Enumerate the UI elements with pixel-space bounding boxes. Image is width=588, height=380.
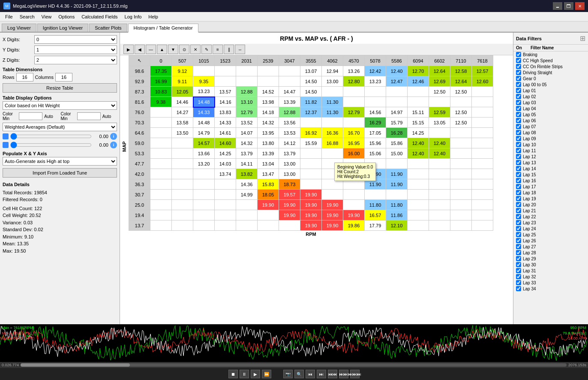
tool-back[interactable]: ◀: [135, 45, 145, 54]
color-min-input[interactable]: [19, 112, 42, 120]
cell-2-8[interactable]: [322, 87, 343, 97]
filter-checkbox-17[interactable]: [516, 154, 521, 159]
cell-6-9[interactable]: 16.70: [343, 128, 365, 138]
cell-13-2[interactable]: [193, 200, 215, 210]
cell-6-7[interactable]: 16.92: [300, 128, 322, 138]
cell-12-10[interactable]: [365, 190, 386, 200]
filter-checkbox-12[interactable]: [516, 124, 521, 129]
cell-11-0[interactable]: [150, 179, 172, 190]
menu-search[interactable]: Search: [16, 13, 38, 20]
cell-8-10[interactable]: 15.06: [365, 148, 386, 159]
cell-15-13[interactable]: [429, 220, 450, 231]
cell-3-8[interactable]: 11.30: [322, 97, 343, 107]
cell-2-12[interactable]: [408, 87, 429, 97]
tool-parallel[interactable]: ∥: [224, 45, 234, 54]
cell-9-15[interactable]: [472, 159, 493, 169]
x-digits-select[interactable]: 012: [34, 35, 117, 44]
menu-view[interactable]: View: [38, 13, 55, 20]
cell-7-14[interactable]: [450, 138, 472, 148]
ctrl-ff[interactable]: ⏩: [262, 370, 271, 378]
cell-14-8[interactable]: 19.90: [322, 210, 343, 220]
cell-5-14[interactable]: 12.50: [450, 118, 472, 128]
cell-7-10[interactable]: 15.96: [365, 138, 386, 148]
tool-edit[interactable]: ✎: [201, 45, 212, 54]
cell-8-9[interactable]: 16.00: [343, 148, 365, 159]
cell-7-5[interactable]: 13.80: [258, 138, 279, 148]
cell-13-10[interactable]: 11.80: [365, 200, 386, 210]
cell-5-3[interactable]: 14.33: [215, 118, 236, 128]
cell-8-13[interactable]: 12.40: [429, 148, 450, 159]
slider1[interactable]: [10, 133, 92, 139]
cell-1-10[interactable]: 13.23: [365, 76, 386, 87]
rows-input[interactable]: [16, 73, 33, 81]
cell-10-15[interactable]: [472, 169, 493, 179]
cell-3-13[interactable]: [429, 97, 450, 107]
cell-10-5[interactable]: 13.47: [258, 169, 279, 179]
cell-1-2[interactable]: 9.35: [193, 76, 215, 87]
cell-14-11[interactable]: 11.86: [386, 210, 408, 220]
cell-12-9[interactable]: [343, 190, 365, 200]
cell-9-14[interactable]: [450, 159, 472, 169]
cell-7-1[interactable]: [172, 138, 193, 148]
filter-checkbox-39[interactable]: [516, 286, 521, 291]
cell-5-11[interactable]: 15.79: [386, 118, 408, 128]
cell-7-2[interactable]: 14.57: [193, 138, 215, 148]
color-min-input2[interactable]: [77, 112, 101, 120]
cell-15-15[interactable]: [472, 220, 493, 231]
filter-expand-icon[interactable]: ⊞: [580, 34, 585, 42]
cell-2-14[interactable]: 12.50: [450, 87, 472, 97]
filter-checkbox-29[interactable]: [516, 226, 521, 231]
cell-9-5[interactable]: 13.04: [258, 159, 279, 169]
cell-1-3[interactable]: [215, 76, 236, 87]
cell-12-8[interactable]: [322, 190, 343, 200]
filter-checkbox-15[interactable]: [516, 142, 521, 147]
filter-checkbox-22[interactable]: [516, 184, 521, 189]
cell-1-15[interactable]: 12.60: [472, 76, 493, 87]
cell-3-15[interactable]: [472, 97, 493, 107]
filter-checkbox-8[interactable]: [516, 100, 521, 105]
slider2-info-button[interactable]: i: [110, 142, 117, 148]
cell-12-2[interactable]: [193, 190, 215, 200]
cell-14-13[interactable]: [429, 210, 450, 220]
y-digits-select[interactable]: 102: [34, 45, 117, 54]
filter-checkbox-38[interactable]: [516, 280, 521, 285]
cell-8-3[interactable]: 14.25: [215, 148, 236, 159]
cell-12-6[interactable]: 19.57: [279, 190, 300, 200]
cell-0-13[interactable]: 12.64: [429, 66, 450, 76]
ctrl-zoom[interactable]: 🔍: [294, 370, 304, 378]
cell-0-9[interactable]: 13.26: [343, 66, 365, 76]
cell-15-14[interactable]: [450, 220, 472, 231]
filter-checkbox-3[interactable]: [516, 70, 521, 75]
cell-10-2[interactable]: [193, 169, 215, 179]
filter-checkbox-14[interactable]: [516, 136, 521, 141]
cell-11-7[interactable]: [300, 179, 322, 190]
filter-checkbox-2[interactable]: [516, 64, 521, 69]
menu-file[interactable]: File: [2, 13, 16, 20]
menu-calculated[interactable]: Calculated Fields: [78, 13, 121, 20]
maximize-button[interactable]: 🗖: [564, 2, 573, 10]
cell-2-7[interactable]: 14.50: [300, 87, 322, 97]
scroll-thumb[interactable]: [21, 363, 130, 367]
cell-3-9[interactable]: [343, 97, 365, 107]
cell-5-9[interactable]: [343, 118, 365, 128]
cell-11-14[interactable]: [450, 179, 472, 190]
filter-checkbox-6[interactable]: [516, 88, 521, 93]
cell-4-3[interactable]: 13.83: [215, 107, 236, 118]
ctrl-prev[interactable]: ⏮: [306, 370, 315, 378]
cell-0-3[interactable]: [215, 66, 236, 76]
cell-11-10[interactable]: 11.90: [365, 179, 386, 190]
cell-0-8[interactable]: 12.94: [322, 66, 343, 76]
cell-8-7[interactable]: [300, 148, 322, 159]
cell-10-14[interactable]: [450, 169, 472, 179]
slider1-info-button[interactable]: i: [110, 133, 117, 140]
cell-3-12[interactable]: [408, 97, 429, 107]
columns-input[interactable]: [55, 73, 72, 81]
cell-12-1[interactable]: [172, 190, 193, 200]
cell-13-3[interactable]: [215, 200, 236, 210]
cell-10-7[interactable]: [300, 169, 322, 179]
resize-table-button[interactable]: Resize Table: [3, 83, 117, 93]
cell-7-9[interactable]: 16.95: [343, 138, 365, 148]
cell-11-12[interactable]: [408, 179, 429, 190]
tool-circle[interactable]: ⊙: [179, 45, 189, 54]
cell-8-0[interactable]: [150, 148, 172, 159]
